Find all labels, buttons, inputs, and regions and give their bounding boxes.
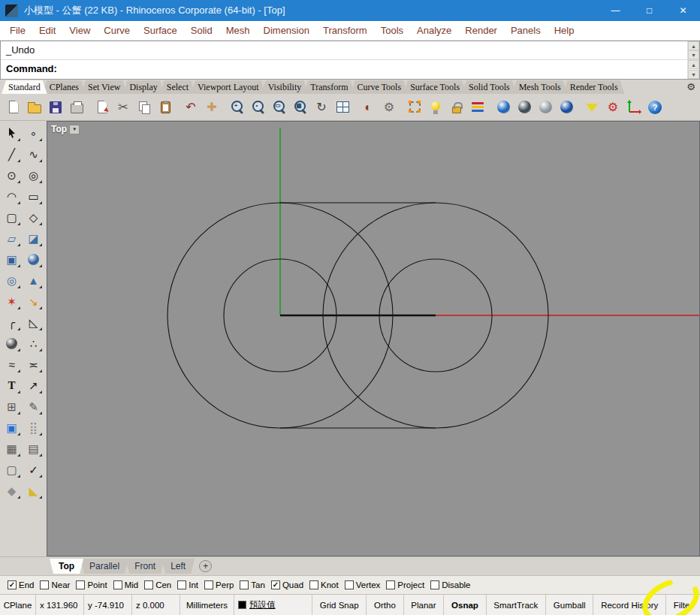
menu-panels[interactable]: Panels bbox=[504, 22, 548, 39]
toolbar-tab-render-tools[interactable]: Render Tools bbox=[563, 80, 625, 94]
menu-curve[interactable]: Curve bbox=[97, 22, 137, 39]
osnap-int[interactable]: Int bbox=[177, 580, 198, 589]
viewport-menu-button[interactable]: ▼ bbox=[69, 125, 80, 134]
array-tool-button[interactable]: ⊞ bbox=[2, 396, 22, 416]
menu-view[interactable]: View bbox=[62, 22, 97, 39]
undo-button[interactable]: ↶ bbox=[180, 97, 201, 118]
viewport-label[interactable]: Top ▼ bbox=[51, 124, 80, 134]
ortho-pane[interactable]: Ortho bbox=[367, 595, 403, 615]
save-file-button[interactable] bbox=[45, 97, 66, 118]
command-history-scrollbar[interactable]: ▲ ▼ bbox=[687, 41, 699, 59]
extract-tool-button[interactable]: ↘ bbox=[23, 291, 44, 311]
toolbar-tab-curve-tools[interactable]: Curve Tools bbox=[351, 80, 409, 94]
copy-button[interactable] bbox=[134, 97, 155, 118]
layer-state-tool-button[interactable]: ▤ bbox=[23, 439, 44, 458]
rounded-rectangle-tool-button[interactable]: ▢ bbox=[2, 207, 22, 227]
osnap-near-checkbox[interactable] bbox=[40, 580, 49, 589]
menu-render[interactable]: Render bbox=[458, 22, 504, 39]
gumball-pane[interactable]: Gumball bbox=[546, 595, 593, 615]
viewport-tab-left[interactable]: Left bbox=[161, 559, 195, 574]
osnap-tan[interactable]: Tan bbox=[240, 580, 265, 589]
options-button[interactable]: ⚙ bbox=[379, 97, 400, 118]
shaded-viewport-button[interactable] bbox=[514, 97, 535, 118]
fillet-tool-button[interactable]: ╭ bbox=[2, 312, 22, 332]
pan-button[interactable]: ✚ bbox=[201, 97, 222, 118]
osnap-cen[interactable]: Cen bbox=[144, 580, 171, 589]
menu-dimension[interactable]: Dimension bbox=[257, 22, 316, 39]
grid-tool-button[interactable]: ▦ bbox=[2, 439, 22, 458]
osnap-point-checkbox[interactable] bbox=[76, 580, 85, 589]
osnap-near[interactable]: Near bbox=[40, 580, 70, 589]
paste-button[interactable] bbox=[155, 97, 176, 118]
cplane-button[interactable] bbox=[623, 97, 644, 118]
circle-tool-button[interactable]: ⊙ bbox=[2, 165, 22, 185]
osnap-mid[interactable]: Mid bbox=[113, 580, 139, 589]
cone-tool-button[interactable]: ▲ bbox=[23, 270, 44, 290]
menu-edit[interactable]: Edit bbox=[32, 22, 62, 39]
sweep-tool-button[interactable]: ◪ bbox=[23, 228, 44, 248]
rotate-view-button[interactable]: ↻ bbox=[311, 97, 332, 118]
render-button[interactable] bbox=[493, 97, 514, 118]
layer-pane[interactable]: 預設值 bbox=[234, 595, 312, 615]
osnap-project-checkbox[interactable] bbox=[386, 580, 395, 589]
spinner-down-icon[interactable]: ▼ bbox=[688, 70, 699, 79]
osnap-quad[interactable]: ✓Quad bbox=[271, 580, 303, 589]
layers-button[interactable] bbox=[467, 97, 488, 118]
ellipse-tool-button[interactable]: ◎ bbox=[23, 165, 44, 185]
polygon-tool-button[interactable]: ◇ bbox=[23, 207, 44, 227]
viewport-tab-parallel[interactable]: Parallel bbox=[80, 559, 128, 574]
toolbar-tab-standard[interactable]: Standard bbox=[2, 80, 47, 94]
viewport-tab-front[interactable]: Front bbox=[125, 559, 164, 574]
menu-file[interactable]: File bbox=[3, 22, 32, 39]
filter-pane[interactable]: Filter bbox=[666, 595, 700, 615]
menu-help[interactable]: Help bbox=[548, 22, 581, 39]
mesh-tool-button[interactable]: ◆ bbox=[2, 481, 22, 500]
units-pane[interactable]: Millimeters bbox=[180, 595, 234, 615]
toolbar-tab-cplanes[interactable]: CPlanes bbox=[43, 80, 86, 94]
selection-filter-button[interactable] bbox=[581, 97, 602, 118]
leader-tool-button[interactable]: ↗ bbox=[23, 375, 44, 395]
scroll-down-icon[interactable]: ▼ bbox=[688, 50, 699, 59]
lamp-button[interactable] bbox=[425, 97, 446, 118]
chamfer-tool-button[interactable]: ◺ bbox=[23, 312, 44, 332]
cplane-pane[interactable]: CPlane bbox=[0, 595, 36, 615]
ghosted-viewport-button[interactable] bbox=[535, 97, 556, 118]
point-tool-button[interactable]: ∘ bbox=[23, 123, 44, 143]
viewport-label-text[interactable]: Top bbox=[51, 124, 67, 134]
four-viewports-button[interactable] bbox=[332, 97, 353, 118]
arc-tool-button[interactable]: ◠ bbox=[2, 186, 22, 206]
select-tool-button[interactable] bbox=[2, 123, 22, 143]
menu-solid[interactable]: Solid bbox=[184, 22, 219, 39]
osnap-end[interactable]: ✓End bbox=[8, 580, 34, 589]
box-tool-button[interactable]: ▣ bbox=[2, 249, 22, 269]
grid-snap-pane[interactable]: Grid Snap bbox=[312, 595, 367, 615]
menu-analyze[interactable]: Analyze bbox=[410, 22, 458, 39]
rendered-viewport-button[interactable] bbox=[556, 97, 577, 118]
new-file-button[interactable] bbox=[3, 97, 24, 118]
osnap-quad-checkbox[interactable]: ✓ bbox=[271, 580, 280, 589]
osnap-mid-checkbox[interactable] bbox=[113, 580, 122, 589]
osnap-disable-checkbox[interactable] bbox=[430, 580, 439, 589]
osnap-knot-checkbox[interactable] bbox=[309, 580, 318, 589]
menu-transform[interactable]: Transform bbox=[316, 22, 374, 39]
toolbar-tab-set-view[interactable]: Set View bbox=[81, 80, 127, 94]
toolbar-tab-viewport-layout[interactable]: Viewport Layout bbox=[191, 80, 266, 94]
match-tool-button[interactable]: ≍ bbox=[23, 354, 44, 374]
x-coordinate[interactable]: x 131.960 bbox=[36, 595, 84, 615]
menu-surface[interactable]: Surface bbox=[137, 22, 184, 39]
osnap-tan-checkbox[interactable] bbox=[240, 580, 249, 589]
smarttrack-pane[interactable]: SmartTrack bbox=[487, 595, 547, 615]
menu-tools[interactable]: Tools bbox=[374, 22, 410, 39]
tab-options-gear-icon[interactable]: ⚙ bbox=[684, 80, 698, 93]
toolbar-tab-visibility[interactable]: Visibility bbox=[261, 80, 309, 94]
osnap-perp-checkbox[interactable] bbox=[204, 580, 213, 589]
osnap-int-checkbox[interactable] bbox=[177, 580, 186, 589]
close-button[interactable]: ✕ bbox=[666, 0, 700, 21]
zoom-extents-button[interactable]: ▦ bbox=[290, 97, 311, 118]
rectangle-tool-button[interactable]: ▭ bbox=[23, 186, 44, 206]
sphere-tool-button[interactable] bbox=[23, 249, 44, 269]
osnap-disable[interactable]: Disable bbox=[430, 580, 470, 589]
toolbar-tab-solid-tools[interactable]: Solid Tools bbox=[462, 80, 517, 94]
command-prompt-spinner[interactable]: ▲ ▼ bbox=[687, 60, 699, 79]
osnap-vertex[interactable]: Vertex bbox=[345, 580, 381, 589]
